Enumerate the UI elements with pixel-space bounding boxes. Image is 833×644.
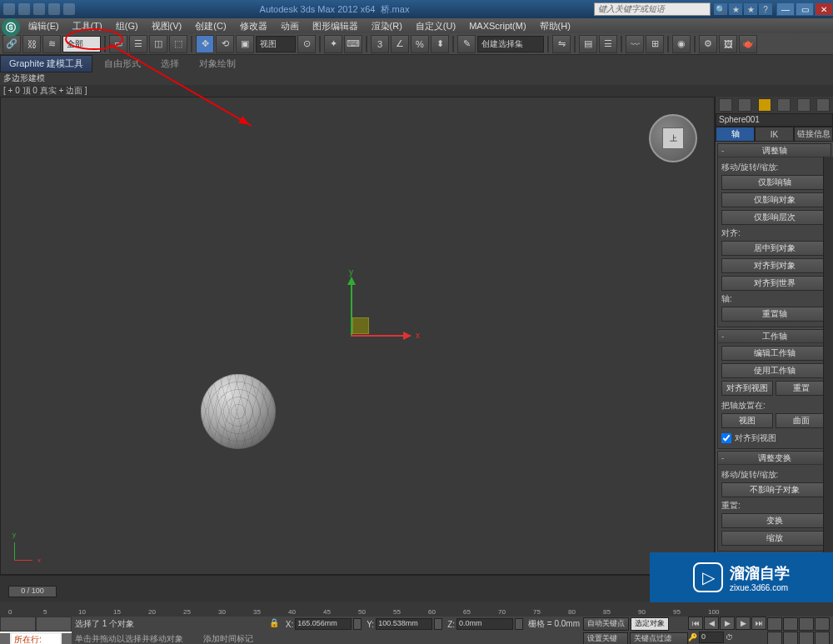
y-input[interactable]: 100.538mm (376, 618, 432, 630)
pan-icon[interactable] (783, 632, 798, 644)
menu-graph-editors[interactable]: 图形编辑器 (306, 18, 365, 33)
align-to-object-button[interactable]: 对齐到对象 (721, 258, 827, 273)
max-toggle-icon[interactable] (815, 632, 830, 644)
zoom-extents-all-icon[interactable] (815, 617, 830, 631)
setkey-button[interactable]: 设置关键点 (583, 632, 628, 644)
select-icon[interactable]: ▭ (109, 35, 127, 53)
affect-pivot-button[interactable]: 仅影响轴 (721, 175, 827, 190)
undo-icon[interactable] (48, 3, 60, 15)
x-spinner[interactable] (353, 618, 362, 630)
gizmo-x-axis[interactable] (351, 335, 411, 337)
menu-tools[interactable]: 工具(T) (66, 18, 109, 33)
y-spinner[interactable] (434, 618, 442, 630)
curve-editor-icon[interactable]: 〰 (626, 35, 644, 53)
render-icon[interactable]: 🫖 (739, 35, 757, 53)
sphere-object[interactable] (201, 374, 276, 449)
affect-hierarchy-button[interactable]: 仅影响层次 (721, 210, 827, 225)
minimize-button[interactable]: ― (776, 2, 795, 16)
modify-tab-icon[interactable] (738, 98, 751, 112)
percent-snap-icon[interactable]: % (411, 35, 429, 53)
current-frame-input[interactable]: 0 (699, 632, 724, 643)
zoom-all-icon[interactable] (783, 617, 798, 631)
transform-button[interactable]: 变换 (721, 513, 827, 528)
goto-start-icon[interactable]: ⏮ (688, 617, 703, 630)
menu-rendering[interactable]: 渲染(R) (365, 18, 409, 33)
zoom-icon[interactable] (767, 617, 782, 631)
hierarchy-tab-icon[interactable] (758, 98, 771, 112)
mini-listener-1[interactable] (0, 617, 36, 632)
save-icon[interactable] (33, 3, 45, 15)
time-slider-thumb[interactable]: 0 / 100 (8, 586, 57, 597)
time-config-icon[interactable]: ⏱ (726, 633, 733, 642)
key-mode-icon[interactable]: 🔑 (688, 633, 697, 642)
fov-icon[interactable] (767, 632, 782, 644)
pivot-center-icon[interactable]: ⊙ (297, 35, 316, 53)
script-next-icon[interactable] (62, 633, 72, 644)
material-editor-icon[interactable]: ◉ (672, 35, 691, 53)
star2-icon[interactable]: ★ (744, 3, 757, 15)
viewport[interactable]: 上 y x yx (0, 97, 715, 575)
viewcube[interactable]: 上 (649, 114, 697, 162)
help-search-icon[interactable]: 🔍 (714, 3, 727, 15)
mirror-icon[interactable]: ⇋ (552, 35, 571, 53)
render-setup-icon[interactable]: ⚙ (699, 35, 717, 53)
edit-wp-button[interactable]: 编辑工作轴 (721, 346, 827, 361)
selected-pair[interactable]: 选定对象 (631, 617, 669, 631)
layers-icon[interactable]: ☰ (599, 35, 617, 53)
reset-button[interactable]: 重置 (776, 381, 827, 396)
graphite-select-tab[interactable]: 选择 (151, 56, 189, 72)
selection-filter-dropdown[interactable]: 全部 (62, 36, 101, 52)
graphite-paint-tab[interactable]: 对象绘制 (189, 56, 246, 72)
star-icon[interactable]: ★ (729, 3, 742, 15)
align-to-world-button[interactable]: 对齐到世界 (721, 276, 827, 291)
script-prev-icon[interactable] (0, 633, 10, 644)
viewcube-face[interactable]: 上 (662, 127, 684, 149)
spinner-snap-icon[interactable]: ⬍ (431, 35, 449, 53)
x-input[interactable]: 165.056mm (295, 618, 352, 630)
snap-3d-icon[interactable]: 3 (371, 35, 389, 53)
app-icon[interactable]: ⓢ (2, 18, 20, 37)
scale-button[interactable]: 缩放 (721, 531, 827, 546)
menu-customize[interactable]: 自定义(U) (409, 18, 462, 33)
keyboard-shortcut-icon[interactable]: ⌨ (344, 35, 362, 53)
adjust-transform-header[interactable]: 调整变换 (718, 452, 831, 465)
reset-pivot-button[interactable]: 重置轴 (721, 307, 827, 322)
panel-scrollbar[interactable] (823, 157, 833, 575)
graphite-freeform-tab[interactable]: 自由形式 (94, 56, 151, 72)
working-pivot-header[interactable]: 工作轴 (718, 330, 831, 343)
linkinfo-tab[interactable]: 链接信息 (794, 127, 833, 142)
viewport-label[interactable]: [ + 0 顶 0 真实 + 边面 ] (0, 85, 833, 97)
play-icon[interactable]: ▶ (720, 617, 735, 630)
align-icon[interactable]: ▤ (579, 35, 597, 53)
orbit-icon[interactable] (799, 632, 814, 644)
bind-icon[interactable]: ≋ (42, 35, 61, 53)
lock-icon[interactable]: 🔒 (269, 618, 281, 630)
select-name-icon[interactable]: ☰ (129, 35, 147, 53)
dont-affect-children-button[interactable]: 不影响子对象 (721, 482, 827, 497)
menu-maxscript[interactable]: MAXScript(M) (462, 18, 532, 33)
rotate-icon[interactable]: ⟲ (216, 35, 234, 53)
pivot-tab[interactable]: 轴 (716, 127, 755, 142)
rendered-frame-icon[interactable]: 🖼 (719, 35, 737, 53)
angle-snap-icon[interactable]: ∠ (391, 35, 409, 53)
edit-named-sel-icon[interactable]: ✎ (457, 35, 476, 53)
window-crossing-icon[interactable]: ⬚ (169, 35, 187, 53)
align-view-button[interactable]: 对齐到视图 (721, 381, 773, 396)
select-manipulate-icon[interactable]: ✦ (324, 35, 342, 53)
utilities-tab-icon[interactable] (816, 98, 830, 112)
menu-create[interactable]: 创建(C) (188, 18, 232, 33)
display-tab-icon[interactable] (797, 98, 811, 112)
move-icon[interactable]: ✥ (196, 35, 214, 53)
mini-listener-2[interactable] (36, 617, 72, 632)
search-input[interactable]: 键入关键字或短语 (594, 2, 711, 16)
use-wp-button[interactable]: 使用工作轴 (721, 363, 827, 378)
ref-coord-dropdown[interactable]: 视图 (256, 36, 296, 52)
restore-button[interactable]: ▭ (796, 2, 814, 16)
zoom-extents-icon[interactable] (799, 617, 814, 631)
create-tab-icon[interactable] (719, 98, 732, 112)
menu-animation[interactable]: 动画 (274, 18, 306, 33)
affect-object-button[interactable]: 仅影响对象 (721, 192, 827, 207)
center-to-object-button[interactable]: 居中到对象 (721, 241, 827, 256)
menu-help[interactable]: 帮助(H) (533, 18, 577, 33)
open-icon[interactable] (18, 3, 30, 15)
